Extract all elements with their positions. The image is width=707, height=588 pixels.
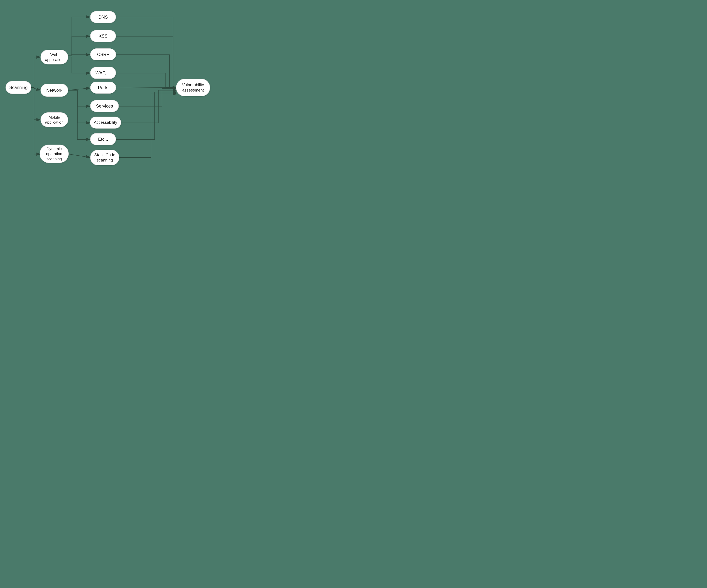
- vulnerability-assessment-node: Vulnerability assessment: [176, 79, 210, 96]
- accessability-node: Accessability: [90, 117, 121, 129]
- diagram-container: Scanning Web application Network Mobile …: [0, 0, 221, 184]
- dynamic-scanning-node: Dynamic operation scanning: [40, 144, 69, 163]
- scanning-node: Scanning: [5, 81, 31, 94]
- etc-node: Etc,..: [90, 133, 116, 145]
- services-node: Services: [90, 100, 119, 112]
- web-application-node: Web application: [40, 50, 68, 64]
- network-node: Network: [40, 84, 68, 97]
- csrf-node: CSRF: [90, 48, 116, 60]
- xss-node: XSS: [90, 30, 116, 42]
- static-code-scanning-node: Static Code scanning: [90, 150, 119, 165]
- dns-node: DNS: [90, 11, 116, 23]
- waf-node: WAF, ...: [90, 67, 116, 79]
- mobile-application-node: Mobile application: [40, 112, 68, 127]
- ports-node: Ports: [90, 81, 116, 94]
